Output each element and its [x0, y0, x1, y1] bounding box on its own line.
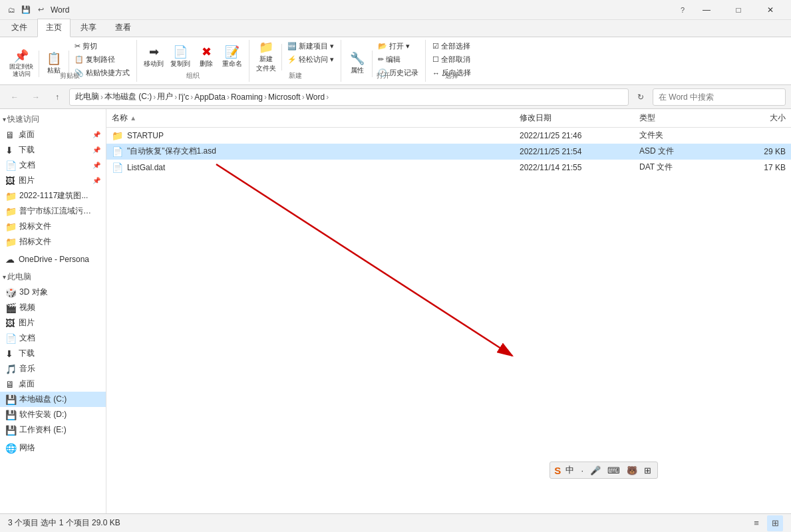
column-name[interactable]: 名称 ▲	[112, 112, 520, 124]
move-to-button[interactable]: ➡ 移动到	[141, 41, 166, 74]
properties-label: 属性	[351, 66, 364, 75]
ribbon: 📌 固定到快速访问 📋 粘贴 ✂剪切 📋复制路径 📎粘贴快捷方式 剪贴板 ➡ 移…	[0, 37, 791, 85]
file-list-header: 名称 ▲ 修改日期 类型 大小	[106, 109, 791, 128]
sidebar-item-arch[interactable]: 📁 2022-1117建筑图...	[0, 188, 106, 203]
pin-to-quick-access-button[interactable]: 📌 固定到快速访问	[7, 47, 36, 80]
properties-button[interactable]: 🔧 属性	[345, 47, 369, 80]
ime-grid-btn[interactable]: ⊞	[642, 465, 653, 476]
divider	[39, 51, 39, 77]
detail-view-button[interactable]: ⊞	[767, 515, 783, 531]
path-segment-roaming: Roaming	[231, 92, 263, 102]
sidebar-item-music[interactable]: 🎵 音乐	[0, 361, 106, 376]
edit-button[interactable]: ✏编辑	[375, 53, 421, 66]
address-path[interactable]: 此电脑 › 本地磁盘 (C:) › 用户 › l'j'c › AppData ›…	[69, 88, 629, 106]
tender-label: 招标文件	[19, 236, 51, 247]
chevron-down-icon: ▾	[3, 116, 6, 123]
ime-keyboard-btn[interactable]: ⌨	[605, 465, 622, 476]
tab-share[interactable]: 共享	[72, 19, 105, 37]
quick-access-header[interactable]: ▾ 快速访问	[0, 112, 106, 127]
paste-icon: 📋	[47, 53, 61, 65]
video-icon: 🎬	[5, 303, 17, 313]
desktop-icon: 🖥	[5, 130, 16, 140]
sidebar-item-desktop[interactable]: 🖥 桌面 📌	[0, 127, 106, 142]
delete-button[interactable]: ✖ 删除	[194, 41, 218, 74]
video-label: 视频	[19, 302, 35, 313]
new-item-button[interactable]: 🆕新建项目 ▾	[285, 40, 337, 53]
select-all-button[interactable]: ☑全部选择	[430, 40, 474, 53]
sidebar-item-puning[interactable]: 📁 普宁市练江流域污染...	[0, 203, 106, 219]
system-icon[interactable]: 🗂	[5, 4, 17, 16]
tab-file[interactable]: 文件	[3, 19, 36, 37]
sidebar-item-pics[interactable]: 🖼 图片	[0, 315, 106, 331]
onedrive-label: OneDrive - Persona	[19, 255, 89, 264]
forward-button[interactable]: →	[27, 88, 45, 106]
copy-path-button[interactable]: 📋复制路径	[72, 53, 132, 66]
copy-to-button[interactable]: 📄 复制到	[168, 41, 193, 74]
sidebar: ▾ 快速访问 🖥 桌面 📌 ⬇ 下载 📌 📄 文档 📌 🖼 图片 📌 📁 202…	[0, 109, 106, 513]
drive-d-icon: 💾	[5, 410, 17, 420]
column-type[interactable]: 类型	[639, 112, 719, 124]
ime-mic-btn[interactable]: 🎤	[588, 465, 603, 476]
file-row-dat[interactable]: 📄 ListGal.dat 2022/11/14 21:55 DAT 文件 17…	[106, 160, 791, 176]
ime-punct-btn[interactable]: ·	[579, 465, 585, 476]
refresh-button[interactable]: ↻	[631, 88, 650, 106]
quick-access-label: 快速访问	[7, 114, 39, 125]
sidebar-item-onedrive[interactable]: ☁ OneDrive - Persona	[0, 252, 106, 267]
quick-access-icon[interactable]: 💾	[20, 4, 32, 16]
sidebar-item-video[interactable]: 🎬 视频	[0, 300, 106, 315]
file-date-dat: 2022/11/14 21:55	[520, 163, 639, 172]
sidebar-item-drive-e[interactable]: 💾 工作资料 (E:)	[0, 422, 106, 438]
file-date-asd: 2022/11/25 21:54	[520, 147, 639, 156]
file-row-asd[interactable]: 📄 "自动恢复"保存文档1.asd 2022/11/25 21:54 ASD 文…	[106, 144, 791, 160]
file-row-startup[interactable]: 📁 STARTUP 2022/11/25 21:46 文件夹	[106, 128, 791, 144]
file-name-dat: ListGal.dat	[127, 163, 520, 172]
new-folder-button[interactable]: 📁 新建文件夹	[253, 41, 279, 74]
minimize-button[interactable]: —	[691, 0, 722, 20]
folder-icon: 📁	[259, 41, 273, 53]
sidebar-item-documents[interactable]: 📄 文档 📌	[0, 158, 106, 173]
divider4	[372, 51, 373, 77]
deselect-all-button[interactable]: ☐全部取消	[430, 53, 474, 66]
sidebar-item-bid[interactable]: 📁 投标文件	[0, 219, 106, 234]
ime-toolbar[interactable]: S 中 · 🎤 ⌨ 🐻 ⊞	[550, 462, 658, 479]
back-button[interactable]: ←	[5, 88, 24, 106]
maximize-button[interactable]: □	[723, 0, 754, 20]
sidebar-item-drive-d[interactable]: 💾 软件安装 (D:)	[0, 407, 106, 422]
column-date[interactable]: 修改日期	[520, 112, 639, 124]
folder-bid-icon: 📁	[5, 221, 17, 232]
sidebar-item-3d[interactable]: 🎲 3D 对象	[0, 285, 106, 300]
sidebar-item-docs[interactable]: 📄 文档	[0, 331, 106, 346]
undo-icon[interactable]: ↩	[35, 4, 47, 16]
pics-icon: 🖼	[5, 318, 16, 329]
column-size[interactable]: 大小	[719, 112, 786, 124]
help-icon[interactable]: ?	[681, 6, 685, 14]
open-icon: 📂	[378, 42, 387, 51]
close-button[interactable]: ✕	[755, 0, 786, 20]
paste-shortcut-label: 粘贴快捷方式	[86, 68, 130, 78]
sidebar-item-tender[interactable]: 📁 招标文件	[0, 234, 106, 249]
search-input[interactable]	[653, 88, 786, 106]
this-pc-header[interactable]: ▾ 此电脑	[0, 269, 106, 285]
cut-button[interactable]: ✂剪切	[72, 40, 132, 53]
easy-access-button[interactable]: ⚡轻松访问 ▾	[285, 53, 337, 66]
deselect-all-label: 全部取消	[441, 55, 470, 65]
up-button[interactable]: ↑	[48, 88, 67, 106]
sidebar-item-downloads[interactable]: ⬇ 下载 📌	[0, 142, 106, 158]
open-button[interactable]: 📂打开 ▾	[375, 40, 421, 53]
sidebar-item-dl[interactable]: ⬇ 下载	[0, 346, 106, 361]
sidebar-item-network[interactable]: 🌐 网络	[0, 440, 106, 456]
properties-icon: 🔧	[350, 53, 365, 65]
sidebar-item-local-c[interactable]: 💾 本地磁盘 (C:)	[0, 392, 106, 407]
paste-shortcut-button[interactable]: 📎粘贴快捷方式	[72, 66, 132, 79]
sidebar-item-desk[interactable]: 🖥 桌面	[0, 376, 106, 392]
list-view-button[interactable]: ≡	[748, 515, 764, 531]
tab-home[interactable]: 主页	[37, 19, 71, 37]
new-item-icon: 🆕	[287, 42, 297, 51]
downloads-label: 下载	[19, 144, 35, 156]
sidebar-item-pictures[interactable]: 🖼 图片 📌	[0, 173, 106, 188]
rename-button[interactable]: 📝 重命名	[220, 41, 245, 74]
ime-chinese-btn[interactable]: 中	[563, 464, 576, 477]
tab-view[interactable]: 查看	[106, 19, 140, 37]
dl-icon: ⬇	[5, 348, 16, 359]
ime-emoji-btn[interactable]: 🐻	[625, 465, 639, 476]
